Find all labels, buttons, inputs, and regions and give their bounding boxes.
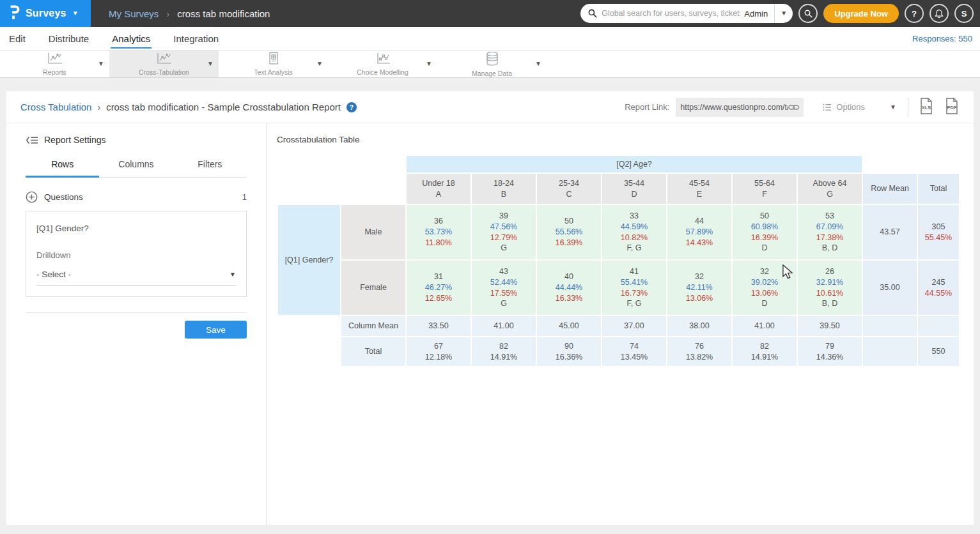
save-row: Save xyxy=(26,321,247,339)
report-header: Cross Tabulation › cross tab modificatio… xyxy=(6,91,974,123)
search-button[interactable] xyxy=(798,4,818,23)
nav-item-analytics[interactable]: Analytics xyxy=(111,29,152,49)
line-chart-icon xyxy=(156,52,173,68)
drilldown-select[interactable]: - Select - ▼ xyxy=(36,270,236,286)
column-header-C: 25-34C xyxy=(537,174,601,204)
cell-count: 32 xyxy=(669,271,730,282)
spacer-cell xyxy=(278,316,340,336)
link-icon[interactable] xyxy=(788,103,799,111)
row-total-value: 30555.45% xyxy=(918,205,959,259)
column-header-D: 35-44D xyxy=(602,174,666,204)
divider xyxy=(908,98,908,116)
nav-item-integration[interactable]: Integration xyxy=(172,29,220,49)
toolbar-tab-text-analysis[interactable]: Text Analysis▼ xyxy=(219,50,328,77)
chevron-down-icon[interactable]: ▼ xyxy=(535,61,541,67)
cell-row-percent: 44.59% xyxy=(603,222,665,233)
column-total-percent: 14.36% xyxy=(799,352,860,363)
cell-significance: G xyxy=(473,243,534,254)
add-question-icon[interactable] xyxy=(26,191,38,203)
column-letter: E xyxy=(669,189,730,200)
column-total: 7914.36% xyxy=(798,337,862,366)
totals-label: Total xyxy=(341,337,405,366)
row-mean-header: Row Mean xyxy=(863,174,917,204)
product-switcher[interactable]: Surveys ▼ xyxy=(0,0,91,27)
options-menu[interactable]: Options ▼ xyxy=(823,102,896,112)
survey-nav-items: EditDistributeAnalyticsIntegration xyxy=(8,29,240,49)
divider xyxy=(26,312,247,313)
bell-icon xyxy=(935,9,944,19)
column-total-count: 76 xyxy=(669,341,730,352)
column-mean-value: 39.50 xyxy=(798,316,862,336)
report-link-label: Report Link: xyxy=(625,102,669,112)
export-pdf-button[interactable]: PDF xyxy=(944,98,960,116)
report-help-icon[interactable]: ? xyxy=(346,102,357,112)
upgrade-now-button[interactable]: Upgrade Now xyxy=(823,4,899,23)
responses-count: Responses: 550 xyxy=(912,34,972,43)
column-letter: B xyxy=(473,189,534,200)
chevron-down-icon[interactable]: ▼ xyxy=(426,61,432,67)
toolbar-tab-choice-modelling[interactable]: Choice Modelling▼ xyxy=(328,50,437,77)
cell-row-percent: 67.09% xyxy=(799,222,860,233)
cross-tabulation-link[interactable]: Cross Tabulation xyxy=(20,102,91,112)
spacer-cell xyxy=(863,156,959,172)
cell-significance: G xyxy=(473,298,534,309)
crosstab-cell: 4352.44%17.55%G xyxy=(472,261,536,315)
page-content: Cross Tabulation › cross tab modificatio… xyxy=(0,78,980,534)
settings-tab-filters[interactable]: Filters xyxy=(173,159,247,177)
column-total-count: 74 xyxy=(603,341,665,352)
spacer-cell xyxy=(278,174,405,204)
nav-item-distribute[interactable]: Distribute xyxy=(47,29,90,49)
crosstab-title: Crosstabulation Table xyxy=(277,135,974,144)
settings-tab-rows[interactable]: Rows xyxy=(26,159,99,178)
grand-total: 550 xyxy=(918,337,959,366)
column-mean-value: 45.00 xyxy=(537,316,601,336)
notifications-button[interactable] xyxy=(929,4,949,23)
chevron-down-icon[interactable]: ▼ xyxy=(207,61,214,67)
report-header-actions: Report Link: Options ▼ xyxy=(625,98,960,117)
user-avatar[interactable]: S xyxy=(954,4,974,23)
column-letter: F xyxy=(734,189,795,200)
toolbar-tab-manage-data[interactable]: Manage Data▼ xyxy=(437,50,547,77)
column-group-header: [Q2] Age? xyxy=(407,156,862,172)
column-mean-value: 37.00 xyxy=(602,316,666,336)
column-header-G: Above 64G xyxy=(798,174,862,204)
column-label: 25-34 xyxy=(538,178,600,189)
cell-col-percent: 14.43% xyxy=(669,238,730,248)
global-search-input[interactable] xyxy=(602,9,740,18)
cell-significance: F, G xyxy=(603,243,665,254)
cell-col-percent: 11.80% xyxy=(408,238,469,248)
scatter-chart-icon xyxy=(375,52,391,68)
chevron-down-icon[interactable]: ▼ xyxy=(98,61,104,67)
help-button[interactable]: ? xyxy=(905,4,924,23)
nav-item-edit[interactable]: Edit xyxy=(8,29,27,49)
cell-count: 31 xyxy=(408,271,469,282)
cell-row-percent: 53.73% xyxy=(408,227,469,238)
export-xls-button[interactable]: XLS xyxy=(919,98,934,116)
crosstab-cell: 3146.27%12.65% xyxy=(407,261,471,315)
column-total: 8214.91% xyxy=(733,337,797,366)
toolbar-tab-reports[interactable]: Reports▼ xyxy=(0,50,109,77)
cell-count: 43 xyxy=(473,266,534,277)
chevron-down-icon[interactable]: ▼ xyxy=(316,61,323,67)
column-total: 7613.82% xyxy=(667,337,731,366)
chevron-down-icon: ▼ xyxy=(72,10,79,17)
chevron-down-icon: ▼ xyxy=(229,271,236,278)
collapse-panel-icon[interactable] xyxy=(26,135,38,145)
settings-tab-columns[interactable]: Columns xyxy=(99,159,173,177)
crosstab-cell: 3239.02%13.06%D xyxy=(733,261,797,315)
search-scope-dropdown[interactable]: ▼ xyxy=(775,10,793,17)
report-link-input[interactable] xyxy=(680,103,788,112)
cell-row-percent: 55.41% xyxy=(603,277,665,288)
chevron-down-icon: ▼ xyxy=(890,104,896,111)
breadcrumb-my-surveys[interactable]: My Surveys xyxy=(109,8,159,19)
column-letter: G xyxy=(799,189,860,200)
search-scope-label[interactable]: Admin xyxy=(740,9,774,19)
cell-row-percent: 46.27% xyxy=(408,282,469,293)
toolbar-tab-cross-tabulation[interactable]: Cross-Tabulation▼ xyxy=(109,50,219,77)
save-button[interactable]: Save xyxy=(185,321,247,339)
column-label: Above 64 xyxy=(799,178,860,189)
total-count: 305 xyxy=(919,222,958,233)
crosstab-cell: 2632.91%10.61%B, D xyxy=(798,261,862,315)
global-search: Admin ▼ xyxy=(580,4,793,23)
report-settings-header: Report Settings xyxy=(26,135,247,145)
